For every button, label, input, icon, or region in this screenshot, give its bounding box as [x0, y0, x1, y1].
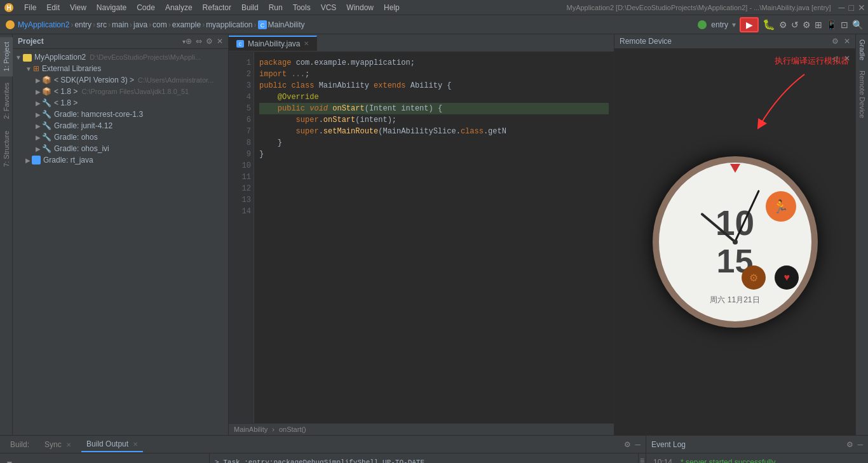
- run-config-icon: [697, 20, 707, 30]
- sync-icon[interactable]: ↺: [791, 20, 799, 30]
- bc-com[interactable]: com: [153, 20, 167, 29]
- bc-project[interactable]: MyApplication2: [18, 20, 69, 29]
- menu-file[interactable]: File: [19, 2, 41, 13]
- tree-item-jdk[interactable]: ▶ 📦 < 1.8 > C:\Program Files\Java\jdk1.8…: [13, 86, 228, 97]
- sidebar-tab-project[interactable]: 1: Project: [0, 37, 13, 76]
- device-icon[interactable]: 📱: [826, 20, 837, 30]
- tree-item-gradle-ohos-ivi[interactable]: ▶ 🔧 Gradle: ohos: [13, 131, 228, 143]
- watch-triangle-marker: [730, 164, 740, 173]
- layout-icon[interactable]: ⊞: [815, 20, 822, 30]
- tree-sdk-label: < SDK(API Version 3) >: [54, 76, 134, 84]
- tree-item-ext-libs[interactable]: ▼ ⊞ External Libraries: [13, 63, 228, 74]
- menu-refactor[interactable]: Refactor: [198, 2, 236, 13]
- menu-help[interactable]: Help: [379, 2, 405, 13]
- menu-edit[interactable]: Edit: [41, 2, 65, 13]
- remote-back-button[interactable]: ◁: [832, 54, 837, 63]
- project-collapse-icon[interactable]: ⇔: [196, 37, 202, 46]
- event-log-time-1: 10:14: [653, 458, 675, 463]
- remote-device-content: 执行编译运行模拟器 10 15 🏃: [614, 49, 855, 435]
- bc-example[interactable]: example: [172, 20, 201, 29]
- tree-item-sdk[interactable]: ▶ 📦 < SDK(API Version 3) > C:\Users\Admi…: [13, 74, 228, 86]
- svg-text:H: H: [6, 4, 11, 11]
- bc-entry[interactable]: entry: [74, 20, 92, 29]
- code-content[interactable]: package com.example.myapplication; impor…: [254, 52, 614, 423]
- tree-item-scratches[interactable]: ▶ Gradle: rt_java: [13, 154, 228, 166]
- run-button[interactable]: ▶: [740, 17, 759, 32]
- remote-panel-header: Remote Device ⚙ ✕: [614, 34, 855, 49]
- menu-code[interactable]: Code: [132, 2, 160, 13]
- project-settings-icon[interactable]: ⚙: [206, 37, 213, 46]
- build-log[interactable]: > Task :entry:packageDebugSimplifyShell …: [210, 453, 638, 463]
- remote-close-icon[interactable]: ✕: [844, 37, 850, 46]
- menu-window[interactable]: Window: [341, 2, 379, 13]
- sidebar-tab-favorites[interactable]: 2: Favorites: [0, 77, 13, 124]
- code-line-13: }: [259, 149, 609, 160]
- code-line-10: super.onStart(intent);: [259, 114, 609, 126]
- remote-content-close[interactable]: ✕: [844, 54, 850, 63]
- tree-item-gradle-junit[interactable]: ▶ 🔧 Gradle: hamcrest-core-1.3: [13, 109, 228, 120]
- build-tool-filter[interactable]: ▼: [5, 459, 204, 463]
- build-log-icon1[interactable]: ≡: [640, 456, 644, 463]
- gradle-icon-hamcrest: 🔧: [42, 98, 51, 107]
- toolbar-breadcrumb: MyApplication2 › entry › src › main › ja…: [0, 15, 868, 34]
- run-config-arrow[interactable]: ▾: [732, 20, 736, 29]
- minimize-button[interactable]: ─: [839, 3, 845, 13]
- menu-tools[interactable]: Tools: [288, 2, 316, 13]
- tree-item-gradle-rt-java[interactable]: ▶ 🔧 Gradle: ohos_ivi: [13, 143, 228, 154]
- tree-ohos-ivi-label: Gradle: ohos: [54, 133, 98, 142]
- debug-icon[interactable]: 🐛: [763, 18, 775, 30]
- bc-main[interactable]: main: [112, 20, 128, 29]
- library-icon: ⊞: [33, 64, 39, 73]
- tree-item-gradle-hamcrest[interactable]: ▶ 🔧 < 1.8 >: [13, 97, 228, 109]
- line-num-9: 9: [231, 149, 251, 160]
- tree-item-gradle-ohos[interactable]: ▶ 🔧 Gradle: junit-4.12: [13, 120, 228, 131]
- line-num-13: 13: [231, 194, 251, 206]
- tree-item-root[interactable]: ▼ MyApplication2 D:\DevEcoStudioProjects…: [13, 51, 228, 63]
- remote-device-tab[interactable]: Remote Device: [856, 65, 869, 123]
- project-locate-icon[interactable]: ⊕: [186, 37, 192, 46]
- bc-mainability[interactable]: MainAbility: [268, 20, 305, 29]
- run-config-label[interactable]: entry: [711, 20, 728, 29]
- svg-point-5: [698, 20, 707, 29]
- build-tab-output[interactable]: Build Output ✕: [81, 437, 143, 452]
- gradle-tab[interactable]: Gradle: [856, 34, 869, 65]
- menu-view[interactable]: View: [65, 2, 92, 13]
- tree-arrow-root: ▼: [15, 54, 22, 61]
- tree-ohos-label: Gradle: junit-4.12: [54, 121, 112, 130]
- editor-area: C MainAbility.java ✕ 1 2 3 4 5 6 7 8 9 1…: [229, 34, 614, 435]
- maximize-button[interactable]: □: [849, 3, 854, 13]
- bc-myapplication[interactable]: myapplication: [206, 20, 252, 29]
- watch-runner-badge: 🏃: [766, 191, 796, 222]
- build-tab-build[interactable]: Build:: [5, 438, 34, 452]
- scratches-icon: [32, 156, 41, 164]
- sync-tab-close[interactable]: ✕: [66, 441, 71, 448]
- menu-navigate[interactable]: Navigate: [92, 2, 132, 13]
- tree-jdk-path: C:\Program Files\Java\jdk1.8.0_51: [81, 88, 189, 95]
- settings-icon[interactable]: ⚙: [803, 20, 811, 30]
- menu-build[interactable]: Build: [236, 2, 264, 13]
- build-icon[interactable]: ⚙: [779, 20, 787, 30]
- sidebar-tab-structure[interactable]: 7: Structure: [0, 126, 13, 172]
- build-collapse-icon[interactable]: ─: [635, 440, 641, 449]
- line-num-1: 1: [231, 57, 251, 69]
- menu-analyze[interactable]: Analyze: [160, 2, 198, 13]
- event-log-settings-icon[interactable]: ⚙: [846, 440, 853, 449]
- menu-run[interactable]: Run: [264, 2, 288, 13]
- build-tab-sync[interactable]: Sync ✕: [39, 438, 76, 452]
- layout2-icon[interactable]: ⊡: [841, 20, 848, 30]
- jar-icon: 📦: [42, 76, 51, 84]
- output-tab-close[interactable]: ✕: [133, 441, 138, 448]
- window-title: MyApplication2 [D:\DevEcoStudioProjects\…: [566, 4, 831, 11]
- editor-tab-close[interactable]: ✕: [304, 40, 309, 47]
- search-icon[interactable]: 🔍: [852, 20, 863, 30]
- remote-settings-icon[interactable]: ⚙: [832, 37, 839, 46]
- project-close-icon[interactable]: ✕: [217, 37, 223, 46]
- editor-tab-main-ability[interactable]: C MainAbility.java ✕: [229, 36, 317, 51]
- bc-java[interactable]: java: [133, 20, 147, 29]
- event-log-close-icon[interactable]: ─: [857, 440, 863, 449]
- bc-src[interactable]: src: [97, 20, 107, 29]
- menu-vcs[interactable]: VCS: [316, 2, 342, 13]
- app-logo-icon: [5, 20, 15, 30]
- build-settings-icon[interactable]: ⚙: [624, 440, 631, 449]
- close-button[interactable]: ✕: [858, 3, 865, 13]
